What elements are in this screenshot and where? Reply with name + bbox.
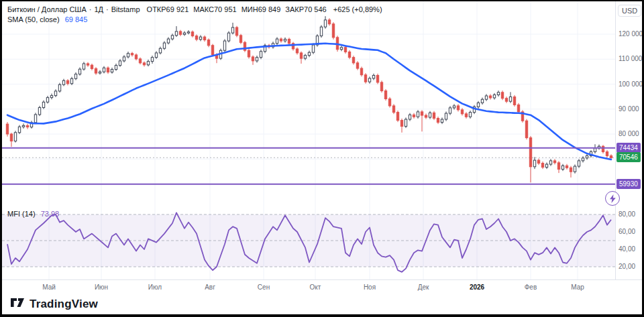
time-axis-label-Июл: Июл (148, 283, 162, 291)
ohlc-ОТКР: ОТКР69 921 (147, 5, 189, 13)
time-axis[interactable]: МайИюнИюлАвгСенОктНояДек2026ФевМар (2, 279, 642, 294)
ohlc-МАКС: МАКС70 951 (193, 5, 236, 13)
sma-legend-row[interactable]: SMA (50, close) 69 845 (7, 15, 382, 25)
attribution-footer: TradingView (2, 294, 642, 314)
separator-dot: · (89, 5, 92, 13)
time-axis-label-2026: 2026 (470, 283, 484, 291)
price-label-70546: 70546 (616, 152, 641, 162)
currency-button[interactable]: USD (618, 5, 641, 17)
mfi-tick-80: 80,00 (619, 210, 635, 218)
time-axis-label-Ноя: Ноя (364, 283, 376, 291)
interval-label[interactable]: 1Д (94, 5, 103, 13)
mfi-tick-40: 40,00 (619, 245, 635, 253)
mfi-legend[interactable]: MFI (14) 73,98 (7, 210, 59, 218)
ohlc-values: ОТКР69 921МАКС70 951МИН69 849ЗАКР70 546 (147, 5, 331, 13)
lightning-icon (609, 194, 616, 203)
exchange-label[interactable]: Bitstamp (111, 5, 140, 13)
sma-value: 69 845 (65, 15, 88, 23)
time-axis-label-Фев: Фев (525, 283, 537, 291)
time-axis-label-Окт: Окт (310, 283, 321, 291)
tradingview-logo-icon[interactable] (10, 296, 25, 312)
sma-label: SMA (50, close) (7, 15, 60, 23)
time-axis-label-Дек: Дек (418, 283, 429, 291)
price-label-59930: 59930 (616, 179, 641, 189)
time-axis-label-Июн: Июн (95, 283, 108, 291)
ohlc-ЗАКР: ЗАКР70 546 (285, 5, 326, 13)
symbol-title[interactable]: Биткоин / Доллар США (7, 5, 87, 13)
symbol-legend[interactable]: Биткоин / Доллар США·1Д·Bitstamp ОТКР69 … (7, 5, 382, 25)
price-tick-80: 80 000 (619, 130, 639, 137)
separator-dot: · (106, 5, 109, 13)
price-tick-120: 120 000 (619, 30, 642, 38)
mfi-label: MFI (14) (7, 210, 36, 218)
price-axis[interactable]: USD 120 000110 000100 00090 00080 00080,… (615, 1, 642, 279)
flash-boost-button[interactable] (605, 191, 620, 206)
screenshot-frame: Биткоин / Доллар США·1Д·Bitstamp ОТКР69 … (0, 0, 644, 317)
chart-canvas[interactable] (2, 1, 642, 294)
change-value: +625 (+0,89%) (333, 5, 382, 13)
chart-surface: Биткоин / Доллар США·1Д·Bitstamp ОТКР69 … (2, 1, 642, 314)
price-tick-100: 100 000 (619, 80, 642, 88)
price-tick-110: 110 000 (619, 55, 642, 62)
mfi-tick-60: 60,00 (619, 228, 635, 235)
symbol-legend-row: Биткоин / Доллар США·1Д·Bitstamp ОТКР69 … (7, 5, 382, 15)
price-label-74434: 74434 (616, 143, 641, 153)
time-axis-label-Май: Май (42, 283, 56, 291)
time-axis-label-Мар: Мар (571, 283, 584, 291)
mfi-value: 73,98 (41, 210, 60, 218)
mfi-tick-20: 20,00 (619, 263, 635, 270)
time-axis-label-Авг: Авг (205, 283, 215, 291)
price-tick-90: 90 000 (619, 105, 639, 113)
tradingview-logo-text[interactable]: TradingView (30, 298, 98, 311)
time-axis-label-Сен: Сен (258, 283, 270, 291)
ohlc-МИН: МИН69 849 (241, 5, 281, 13)
